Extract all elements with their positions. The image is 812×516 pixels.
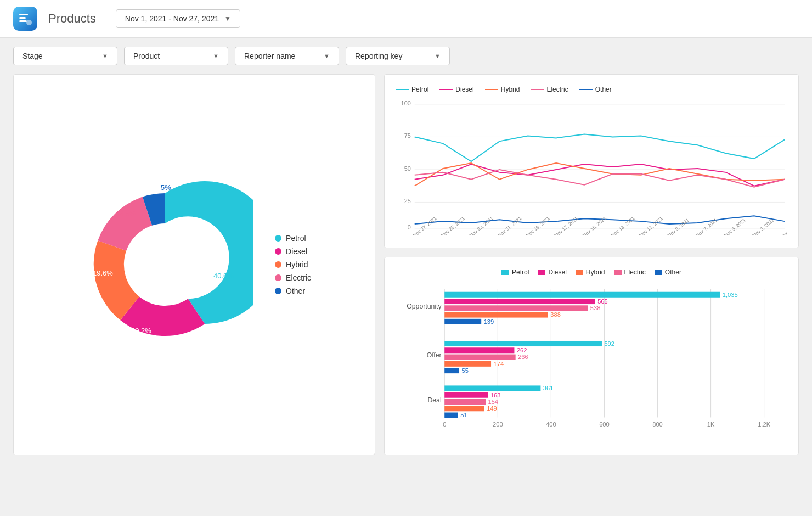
filter-reporting_key[interactable]: Reporting key▼ xyxy=(346,47,450,65)
donut-petrol xyxy=(165,181,253,324)
svg-text:400: 400 xyxy=(546,421,556,428)
bar-label-off-hybrid: 174 xyxy=(494,361,504,367)
bar-offer-petrol xyxy=(444,341,602,346)
bar-rect-hybrid xyxy=(576,270,583,275)
svg-text:Nov 19, 2021: Nov 19, 2021 xyxy=(525,216,551,235)
svg-text:0: 0 xyxy=(408,224,411,231)
chevron-icon-reporting_key: ▼ xyxy=(435,53,441,59)
bar-label-deal-other: 51 xyxy=(460,412,467,418)
line-label-petrol: Petrol xyxy=(411,86,428,93)
svg-text:50: 50 xyxy=(404,165,411,172)
filter-product[interactable]: Product▼ xyxy=(124,47,228,65)
svg-text:Deal: Deal xyxy=(427,396,441,403)
donut-label-electric: 14.5% xyxy=(116,210,136,218)
bar-deal-other xyxy=(444,412,458,418)
chevron-icon-stage: ▼ xyxy=(102,53,108,59)
bar-label-off-petrol: 592 xyxy=(604,340,614,347)
svg-text:Nov 7, 2021: Nov 7, 2021 xyxy=(695,217,718,235)
bar-deal-diesel xyxy=(444,392,488,398)
bar-legend-other: Other xyxy=(655,268,681,276)
filter-reporter[interactable]: Reporter name▼ xyxy=(235,47,339,65)
svg-text:Nov 5, 2021: Nov 5, 2021 xyxy=(723,217,747,235)
bar-label-opp-petrol: 1,035 xyxy=(723,291,738,298)
svg-text:200: 200 xyxy=(493,421,503,428)
bar-opportunity-hybrid xyxy=(444,312,548,317)
legend-dot-diesel xyxy=(275,248,281,255)
line-chart-svg: 100 75 50 25 0 xyxy=(396,99,787,235)
filter-label-reporter: Reporter name xyxy=(244,52,295,60)
svg-text:Nov 23, 2021: Nov 23, 2021 xyxy=(469,216,494,235)
donut-label-diesel: 20.2% xyxy=(131,327,151,335)
line-legend-diesel: Diesel xyxy=(439,86,473,93)
line-chart-legend: Petrol Diesel Hybrid Electric Other xyxy=(396,86,787,93)
bar-chart-legend: Petrol Diesel Hybrid Electric Other xyxy=(396,268,787,276)
donut-chart: 40.6% 20.2% 19.6% 14.5% 5% xyxy=(77,177,253,352)
legend-petrol: Petrol xyxy=(275,234,311,243)
legend-label-petrol: Petrol xyxy=(286,234,306,243)
svg-text:1K: 1K xyxy=(707,421,715,428)
legend-dot-hybrid xyxy=(275,261,281,268)
bar-opportunity-petrol xyxy=(444,292,720,298)
bar-deal-hybrid xyxy=(444,406,484,411)
date-range-text: Nov 1, 2021 - Nov 27, 2021 xyxy=(125,14,219,23)
line-chart-box: Petrol Diesel Hybrid Electric Other xyxy=(384,74,799,248)
svg-text:600: 600 xyxy=(599,421,610,428)
line-label-electric: Electric xyxy=(546,86,568,93)
bar-chart-svg: 0 200 400 600 800 1K 1.2K Opportunity Of… xyxy=(396,283,787,442)
svg-text:Nov 3, 2021: Nov 3, 2021 xyxy=(751,217,775,235)
bar-chart-box: Petrol Diesel Hybrid Electric Other xyxy=(384,257,799,455)
svg-text:Nov 11, 2021: Nov 11, 2021 xyxy=(638,216,664,235)
bar-deal-petrol xyxy=(444,385,540,391)
line-petrol-icon xyxy=(396,89,409,90)
bar-label-electric: Electric xyxy=(624,268,646,276)
right-panel: Petrol Diesel Hybrid Electric Other xyxy=(384,74,799,455)
svg-text:Nov 27, 2021: Nov 27, 2021 xyxy=(412,216,438,235)
bar-offer-hybrid xyxy=(444,361,491,367)
svg-rect-2 xyxy=(19,20,27,22)
bar-label-petrol: Petrol xyxy=(512,268,529,276)
filter-bar: Stage▼Product▼Reporter name▼Reporting ke… xyxy=(0,38,812,74)
donut-chart-panel: 40.6% 20.2% 19.6% 14.5% 5% Petrol xyxy=(13,74,375,455)
chevron-icon-reporter: ▼ xyxy=(324,53,330,59)
bar-label-deal-petrol: 361 xyxy=(543,385,554,391)
donut-label-other: 5% xyxy=(161,183,171,192)
bar-offer-electric xyxy=(444,354,515,360)
line-label-other: Other xyxy=(595,86,612,93)
legend-dot-petrol xyxy=(275,235,281,242)
legend-other: Other xyxy=(275,287,311,295)
svg-text:1.2K: 1.2K xyxy=(758,421,770,428)
bar-label-off-diesel: 262 xyxy=(517,347,527,354)
legend-label-diesel: Diesel xyxy=(286,247,307,256)
bar-legend-electric: Electric xyxy=(614,268,646,276)
bar-opportunity-diesel xyxy=(444,299,595,304)
svg-text:Offer: Offer xyxy=(427,351,442,359)
chevron-icon-product: ▼ xyxy=(213,53,219,59)
legend-label-other: Other xyxy=(286,287,305,295)
date-range-selector[interactable]: Nov 1, 2021 - Nov 27, 2021 ▼ xyxy=(116,9,240,28)
bar-label-deal-electric: 154 xyxy=(488,399,498,405)
bar-offer-diesel xyxy=(444,347,514,353)
bar-label-opp-hybrid: 388 xyxy=(550,311,561,318)
svg-text:0: 0 xyxy=(443,421,446,428)
line-other-icon xyxy=(579,89,593,90)
bar-label-hybrid: Hybrid xyxy=(586,268,605,276)
filter-label-product: Product xyxy=(133,52,160,60)
line-hybrid-icon xyxy=(485,89,498,90)
svg-text:Nov 1, 2021: Nov 1, 2021 xyxy=(782,217,787,235)
bar-rect-other xyxy=(655,270,662,275)
line-label-diesel: Diesel xyxy=(455,86,473,93)
svg-text:Nov 17, 2021: Nov 17, 2021 xyxy=(553,216,579,235)
bar-label-deal-hybrid: 149 xyxy=(487,405,497,412)
donut-electric xyxy=(98,197,152,251)
bar-legend-diesel: Diesel xyxy=(538,268,566,276)
svg-text:25: 25 xyxy=(404,198,411,204)
filter-label-stage: Stage xyxy=(22,52,43,60)
line-legend-hybrid: Hybrid xyxy=(485,86,520,93)
line-legend-other: Other xyxy=(579,86,612,93)
donut-label-petrol: 40.6% xyxy=(213,272,234,280)
header: Products Nov 1, 2021 - Nov 27, 2021 ▼ xyxy=(0,0,812,38)
legend-hybrid: Hybrid xyxy=(275,260,311,269)
filter-stage[interactable]: Stage▼ xyxy=(13,47,117,65)
main-content: 40.6% 20.2% 19.6% 14.5% 5% Petrol xyxy=(0,74,812,468)
legend-dot-electric xyxy=(275,274,281,281)
